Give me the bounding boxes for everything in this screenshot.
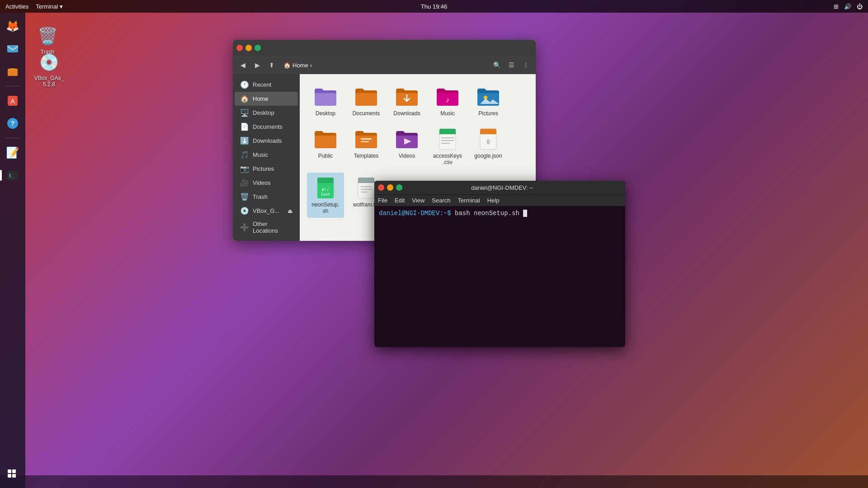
svg-rect-15: [361, 141, 369, 142]
file-access-keys[interactable]: accessKeys.csv: [429, 124, 466, 169]
sidebar-item-music[interactable]: 🎵 Music: [235, 148, 298, 162]
dock-show-apps[interactable]: [3, 465, 23, 484]
folder-public[interactable]: Public: [307, 124, 344, 169]
folder-templates-label: Templates: [354, 153, 379, 159]
sidebar-item-downloads[interactable]: ⬇️ Downloads: [235, 134, 298, 148]
folder-pictures[interactable]: Pictures: [470, 81, 507, 120]
term-menu-edit[interactable]: Edit: [395, 197, 405, 204]
term-menu-view[interactable]: View: [412, 197, 425, 204]
folder-documents-label: Documents: [353, 110, 380, 117]
volume-icon[interactable]: 🔊: [844, 3, 851, 10]
fm-forward-btn[interactable]: ▶: [251, 59, 264, 71]
folder-videos-label: Videos: [399, 153, 415, 159]
dock-email[interactable]: [3, 39, 23, 59]
term-window-controls: [378, 184, 402, 191]
folder-templates-icon: [354, 127, 378, 151]
term-close-btn[interactable]: [378, 184, 384, 191]
svg-rect-10: [8, 474, 11, 478]
terminal-menu[interactable]: Terminal ▾: [36, 3, 63, 10]
file-neon-setup[interactable]: #!/ bash neonSetup.sh: [307, 173, 344, 218]
trash-icon: 🗑️: [37, 25, 58, 47]
sidebar-item-other-locations[interactable]: ➕ Other Locations: [235, 218, 298, 237]
vbox-icon: 💿: [38, 52, 60, 73]
folder-desktop[interactable]: Desktop: [307, 81, 344, 120]
sidebar-item-videos[interactable]: 🎥 Videos: [235, 176, 298, 190]
sidebar-vbox-label: VBox_G...: [253, 207, 279, 214]
fm-menu-btn[interactable]: ⋮: [519, 59, 532, 71]
sidebar-item-trash[interactable]: 🗑️ Trash: [235, 190, 298, 204]
svg-text:#!/: #!/: [322, 188, 329, 192]
folder-pictures-icon: [476, 85, 500, 108]
folder-videos[interactable]: Videos: [388, 124, 425, 169]
term-content[interactable]: daniel@NGI-DMDEV:~$ bash neonSetup.sh: [374, 206, 625, 347]
fm-view-options-btn[interactable]: ☰: [505, 59, 518, 71]
folder-documents[interactable]: Documents: [348, 81, 385, 120]
dock-separator-1: [5, 86, 20, 86]
term-menu-file[interactable]: File: [378, 197, 387, 204]
folder-public-icon: [314, 127, 337, 151]
fm-toolbar-actions: 🔍 ☰ ⋮: [491, 59, 532, 71]
terminal-window: daniel@NGI-DMDEV: ~ File Edit View Searc…: [374, 181, 625, 347]
folder-downloads[interactable]: Downloads: [388, 81, 425, 120]
folder-downloads-icon: [395, 85, 419, 108]
eject-icon[interactable]: ⏏: [288, 208, 292, 214]
fm-sidebar: 🕐 Recent 🏠 Home 🖥️ Desktop 📄 Documents ⬇…: [233, 74, 300, 241]
folder-public-label: Public: [318, 153, 333, 159]
svg-text:A: A: [10, 98, 15, 105]
term-maximize-btn[interactable]: [396, 184, 402, 191]
term-minimize-btn[interactable]: [387, 184, 393, 191]
fm-back-btn[interactable]: ◀: [236, 59, 249, 71]
sidebar-item-vbox[interactable]: 💿 VBox_G... ⏏: [235, 204, 298, 218]
sidebar-item-home[interactable]: 🏠 Home: [235, 92, 298, 106]
sidebar-recent-label: Recent: [253, 81, 271, 88]
dock-firefox[interactable]: 🦊: [3, 16, 23, 36]
svg-rect-29: [317, 181, 334, 183]
vbox-sidebar-icon: 💿: [240, 206, 249, 215]
sidebar-item-recent[interactable]: 🕐 Recent: [235, 78, 298, 92]
network-icon[interactable]: ⊞: [834, 3, 839, 10]
dock-notepad[interactable]: 📝: [3, 143, 23, 163]
power-icon[interactable]: ⏻: [857, 3, 863, 10]
access-keys-icon: [436, 127, 459, 151]
folder-desktop-icon: [314, 85, 337, 108]
fm-minimize-btn[interactable]: −: [245, 45, 252, 51]
term-menubar: File Edit View Search Terminal Help: [374, 194, 625, 206]
breadcrumb-home-label[interactable]: Home: [292, 62, 308, 69]
sidebar-item-desktop[interactable]: 🖥️ Desktop: [235, 106, 298, 120]
svg-rect-34: [358, 181, 374, 183]
sidebar-item-pictures[interactable]: 📷 Pictures: [235, 162, 298, 176]
activities-label[interactable]: Activities: [5, 3, 28, 10]
sidebar-item-documents[interactable]: 📄 Documents: [235, 120, 298, 134]
videos-icon: 🎥: [240, 178, 249, 187]
svg-rect-25: [480, 132, 496, 134]
svg-text:♪: ♪: [446, 96, 449, 103]
fm-close-btn[interactable]: ✕: [236, 45, 243, 51]
svg-rect-9: [12, 469, 16, 473]
term-menu-help[interactable]: Help: [487, 197, 500, 204]
file-google-json[interactable]: {} google.json: [470, 124, 507, 169]
svg-rect-14: [361, 138, 372, 140]
fm-up-btn[interactable]: ⬆: [265, 59, 278, 71]
term-menu-terminal[interactable]: Terminal: [458, 197, 480, 204]
desktop-icon-vbox[interactable]: 💿 VBox_GAs_ 5.2.8: [32, 49, 66, 90]
term-titlebar: daniel@NGI-DMDEV: ~: [374, 181, 625, 194]
term-menu-search[interactable]: Search: [432, 197, 450, 204]
folder-music[interactable]: ♪ Music: [429, 81, 466, 120]
term-prompt: daniel@NGI-DMDEV: [379, 210, 439, 217]
svg-text:{}: {}: [487, 139, 490, 144]
home-icon: 🏠: [240, 94, 249, 103]
fm-maximize-btn[interactable]: +: [255, 45, 261, 51]
neon-setup-label: neonSetup.sh: [311, 202, 340, 214]
folder-desktop-label: Desktop: [316, 110, 335, 117]
sidebar-home-label: Home: [253, 95, 269, 102]
sidebar-desktop-label: Desktop: [253, 109, 274, 116]
fm-search-btn[interactable]: 🔍: [491, 59, 503, 71]
folder-templates[interactable]: Templates: [348, 124, 385, 169]
google-json-label: google.json: [474, 153, 502, 159]
dock-files[interactable]: [3, 61, 23, 81]
dock-terminal[interactable]: $_: [3, 165, 23, 185]
svg-rect-11: [12, 474, 16, 478]
dock-help[interactable]: ?: [3, 113, 23, 133]
dock-software[interactable]: A: [3, 91, 23, 111]
topbar-left: Activities Terminal ▾: [5, 3, 63, 10]
